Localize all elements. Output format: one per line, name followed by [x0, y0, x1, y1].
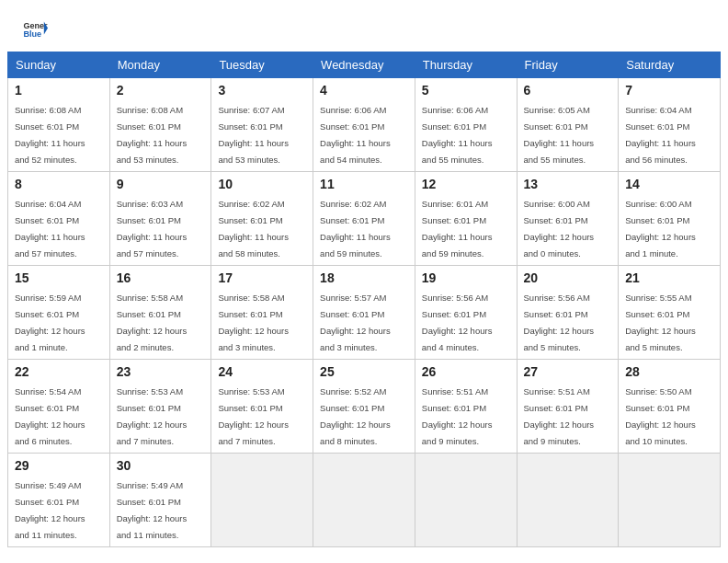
calendar-day-4: 4Sunrise: 6:06 AM Sunset: 6:01 PM Daylig… — [313, 78, 415, 172]
calendar-day-empty — [415, 454, 517, 547]
calendar-row: 8Sunrise: 6:04 AM Sunset: 6:01 PM Daylig… — [8, 172, 721, 266]
calendar-row: 15Sunrise: 5:59 AM Sunset: 6:01 PM Dayli… — [8, 266, 721, 360]
calendar-header: SundayMondayTuesdayWednesdayThursdayFrid… — [8, 52, 721, 78]
calendar-day-8: 8Sunrise: 6:04 AM Sunset: 6:01 PM Daylig… — [8, 172, 110, 266]
calendar-day-25: 25Sunrise: 5:52 AM Sunset: 6:01 PM Dayli… — [313, 360, 415, 454]
calendar-day-6: 6Sunrise: 6:05 AM Sunset: 6:01 PM Daylig… — [517, 78, 619, 172]
calendar-day-28: 28Sunrise: 5:50 AM Sunset: 6:01 PM Dayli… — [619, 360, 721, 454]
calendar-day-7: 7Sunrise: 6:04 AM Sunset: 6:01 PM Daylig… — [619, 78, 721, 172]
calendar-day-2: 2Sunrise: 6:08 AM Sunset: 6:01 PM Daylig… — [109, 78, 211, 172]
calendar-day-15: 15Sunrise: 5:59 AM Sunset: 6:01 PM Dayli… — [8, 266, 110, 360]
calendar-day-empty — [313, 454, 415, 547]
weekday-header-tuesday: Tuesday — [211, 52, 313, 78]
calendar-day-27: 27Sunrise: 5:51 AM Sunset: 6:01 PM Dayli… — [517, 360, 619, 454]
weekday-header-sunday: Sunday — [8, 52, 110, 78]
calendar-day-11: 11Sunrise: 6:02 AM Sunset: 6:01 PM Dayli… — [313, 172, 415, 266]
calendar-day-18: 18Sunrise: 5:57 AM Sunset: 6:01 PM Dayli… — [313, 266, 415, 360]
calendar-day-10: 10Sunrise: 6:02 AM Sunset: 6:01 PM Dayli… — [211, 172, 313, 266]
calendar-day-12: 12Sunrise: 6:01 AM Sunset: 6:01 PM Dayli… — [415, 172, 517, 266]
weekday-header-friday: Friday — [517, 52, 619, 78]
weekday-header-wednesday: Wednesday — [313, 52, 415, 78]
calendar-day-19: 19Sunrise: 5:56 AM Sunset: 6:01 PM Dayli… — [415, 266, 517, 360]
weekday-header-row: SundayMondayTuesdayWednesdayThursdayFrid… — [8, 52, 721, 78]
calendar-day-14: 14Sunrise: 6:00 AM Sunset: 6:01 PM Dayli… — [619, 172, 721, 266]
calendar-row: 22Sunrise: 5:54 AM Sunset: 6:01 PM Dayli… — [8, 360, 721, 454]
weekday-header-monday: Monday — [109, 52, 211, 78]
weekday-header-thursday: Thursday — [415, 52, 517, 78]
calendar-day-empty — [211, 454, 313, 547]
calendar-day-3: 3Sunrise: 6:07 AM Sunset: 6:01 PM Daylig… — [211, 78, 313, 172]
calendar-day-1: 1Sunrise: 6:08 AM Sunset: 6:01 PM Daylig… — [8, 78, 110, 172]
svg-text:Blue: Blue — [23, 29, 41, 39]
calendar-day-17: 17Sunrise: 5:58 AM Sunset: 6:01 PM Dayli… — [211, 266, 313, 360]
calendar-day-empty — [619, 454, 721, 547]
calendar-day-24: 24Sunrise: 5:53 AM Sunset: 6:01 PM Dayli… — [211, 360, 313, 454]
calendar-day-22: 22Sunrise: 5:54 AM Sunset: 6:01 PM Dayli… — [8, 360, 110, 454]
calendar-table: SundayMondayTuesdayWednesdayThursdayFrid… — [7, 52, 721, 547]
calendar-body: 1Sunrise: 6:08 AM Sunset: 6:01 PM Daylig… — [8, 78, 721, 547]
calendar-day-23: 23Sunrise: 5:53 AM Sunset: 6:01 PM Dayli… — [109, 360, 211, 454]
logo: General Blue — [22, 17, 48, 42]
page-header: General Blue — [0, 0, 728, 52]
calendar-day-9: 9Sunrise: 6:03 AM Sunset: 6:01 PM Daylig… — [109, 172, 211, 266]
calendar-day-21: 21Sunrise: 5:55 AM Sunset: 6:01 PM Dayli… — [619, 266, 721, 360]
logo-icon: General Blue — [22, 17, 48, 42]
calendar-day-empty — [517, 454, 619, 547]
calendar-row: 1Sunrise: 6:08 AM Sunset: 6:01 PM Daylig… — [8, 78, 721, 172]
calendar-day-5: 5Sunrise: 6:06 AM Sunset: 6:01 PM Daylig… — [415, 78, 517, 172]
calendar-day-20: 20Sunrise: 5:56 AM Sunset: 6:01 PM Dayli… — [517, 266, 619, 360]
calendar-day-16: 16Sunrise: 5:58 AM Sunset: 6:01 PM Dayli… — [109, 266, 211, 360]
calendar-day-13: 13Sunrise: 6:00 AM Sunset: 6:01 PM Dayli… — [517, 172, 619, 266]
weekday-header-saturday: Saturday — [619, 52, 721, 78]
calendar-row: 29Sunrise: 5:49 AM Sunset: 6:01 PM Dayli… — [8, 454, 721, 547]
calendar-day-30: 30Sunrise: 5:49 AM Sunset: 6:01 PM Dayli… — [109, 454, 211, 547]
calendar-day-26: 26Sunrise: 5:51 AM Sunset: 6:01 PM Dayli… — [415, 360, 517, 454]
calendar-day-29: 29Sunrise: 5:49 AM Sunset: 6:01 PM Dayli… — [8, 454, 110, 547]
